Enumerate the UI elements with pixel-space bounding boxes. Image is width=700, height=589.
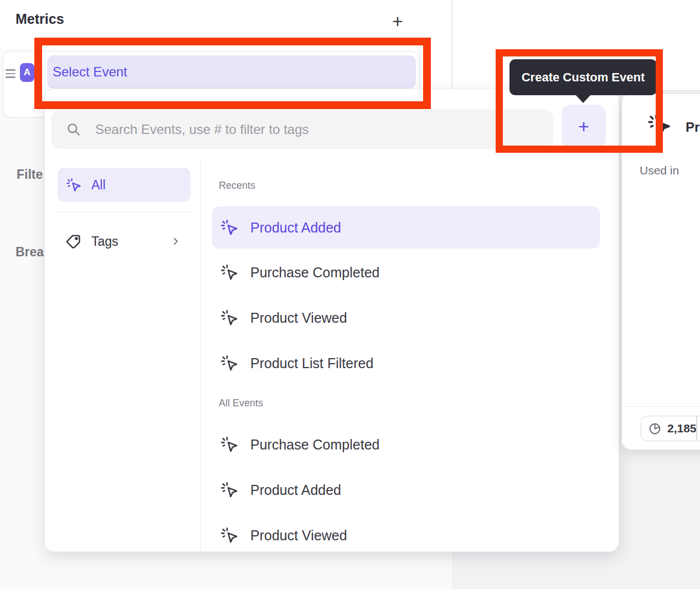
drag-handle-icon[interactable] [6, 67, 16, 78]
tooltip: Create Custom Event [509, 59, 657, 95]
event-cursor-icon [221, 219, 238, 236]
event-item-purchase-completed[interactable]: Purchase Completed [212, 423, 600, 466]
sidebar-item-tags[interactable]: Tags [58, 225, 191, 258]
recents-section-label: Recents [219, 180, 255, 192]
tooltip-text: Create Custom Event [522, 70, 645, 85]
filters-section-label: Filte [17, 167, 43, 182]
event-item-label: Product Viewed [250, 528, 347, 544]
event-item-label: Product List Filtered [250, 355, 373, 371]
event-item-label: Product Added [250, 220, 341, 236]
divider [451, 0, 452, 91]
add-metric-button[interactable]: + [387, 9, 409, 33]
event-item-product-viewed[interactable]: Product Viewed [212, 514, 600, 556]
search-icon [66, 122, 81, 137]
event-cursor-icon [221, 309, 238, 327]
sidebar-item-label: All [91, 178, 106, 193]
event-item-label: Product Viewed [250, 310, 347, 326]
event-cursor-icon [648, 113, 671, 137]
event-picker-dropdown: + All Tags Recents Product Added Purchas… [44, 89, 619, 552]
breakdowns-section-label: Brea [16, 245, 44, 260]
event-item-product-added[interactable]: Product Added [212, 469, 600, 511]
all-events-section-label: All Events [219, 397, 263, 409]
event-item-product-added[interactable]: Product Added [212, 206, 600, 249]
event-item-product-list-filtered[interactable]: Product List Filtered [212, 342, 600, 384]
metric-letter-badge: A [20, 63, 34, 82]
event-item-label: Purchase Completed [250, 437, 379, 453]
event-cursor-icon [221, 527, 238, 544]
canvas-left-background [0, 49, 44, 589]
event-cursor-icon [221, 482, 238, 499]
divider [58, 212, 191, 213]
event-item-label: Product Added [250, 482, 341, 498]
search-input[interactable] [95, 122, 542, 137]
event-cursor-icon [221, 264, 238, 281]
event-item-product-viewed[interactable]: Product Viewed [212, 297, 600, 339]
search-bar [52, 110, 553, 149]
event-cursor-icon [221, 436, 238, 453]
create-custom-event-button[interactable]: + [562, 105, 606, 148]
tag-icon [65, 234, 81, 250]
chevron-right-icon [171, 236, 181, 246]
divider [200, 161, 201, 552]
event-count-value: 2,185 [667, 422, 697, 435]
event-cursor-icon [66, 178, 81, 193]
sidebar-item-label: Tags [91, 234, 119, 249]
detail-event-name: Pr [686, 120, 699, 135]
used-in-label: Used in [640, 164, 679, 177]
page-title: Metrics [16, 11, 64, 27]
event-item-label: Purchase Completed [250, 265, 379, 281]
sidebar-item-all[interactable]: All [58, 168, 191, 202]
event-cursor-icon [221, 355, 238, 372]
pie-chart-icon [648, 422, 662, 436]
divider [696, 416, 697, 440]
event-item-purchase-completed[interactable]: Purchase Completed [212, 251, 600, 293]
divider [622, 406, 700, 407]
select-event-button[interactable]: Select Event [47, 55, 416, 89]
event-count-chip: 2,185 [641, 416, 700, 441]
canvas-bottom-background [44, 552, 452, 589]
event-detail-panel: Pr Used in 2,185 [622, 94, 700, 450]
tooltip-arrow [575, 94, 591, 103]
